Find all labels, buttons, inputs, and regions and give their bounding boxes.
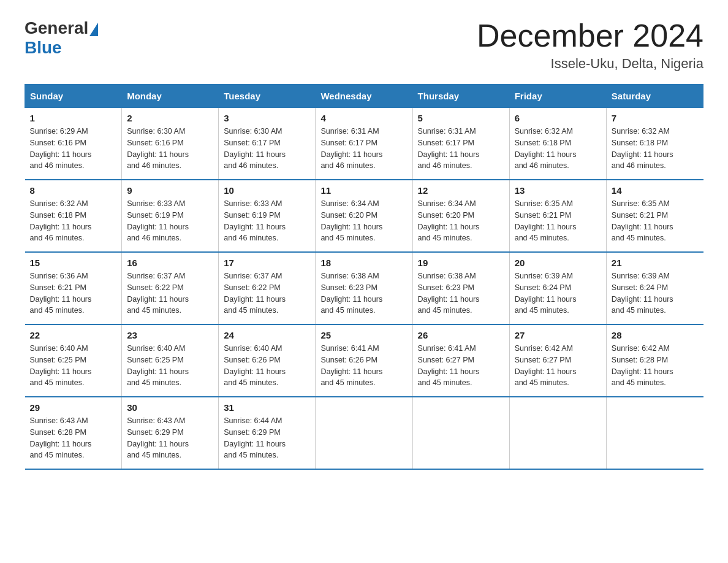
calendar-cell: 21Sunrise: 6:39 AMSunset: 6:24 PMDayligh…: [606, 252, 703, 324]
week-row-3: 15Sunrise: 6:36 AMSunset: 6:21 PMDayligh…: [25, 252, 703, 324]
header-thursday: Thursday: [412, 85, 509, 108]
calendar-cell: 23Sunrise: 6:40 AMSunset: 6:25 PMDayligh…: [122, 324, 219, 397]
day-number: 7: [612, 113, 699, 123]
calendar-header-row: SundayMondayTuesdayWednesdayThursdayFrid…: [25, 85, 703, 108]
day-info: Sunrise: 6:35 AMSunset: 6:21 PMDaylight:…: [515, 198, 601, 244]
day-info: Sunrise: 6:41 AMSunset: 6:27 PMDaylight:…: [418, 343, 504, 389]
calendar-cell: [509, 397, 606, 469]
day-info: Sunrise: 6:34 AMSunset: 6:20 PMDaylight:…: [418, 198, 504, 244]
day-number: 20: [515, 258, 601, 268]
calendar-cell: 6Sunrise: 6:32 AMSunset: 6:18 PMDaylight…: [509, 108, 606, 180]
calendar-cell: 28Sunrise: 6:42 AMSunset: 6:28 PMDayligh…: [606, 324, 703, 397]
day-info: Sunrise: 6:43 AMSunset: 6:28 PMDaylight:…: [30, 415, 117, 461]
day-number: 26: [418, 330, 504, 340]
day-number: 24: [224, 330, 310, 340]
logo-blue-text: Blue: [25, 38, 62, 58]
calendar-cell: 22Sunrise: 6:40 AMSunset: 6:25 PMDayligh…: [25, 324, 122, 397]
day-number: 31: [224, 402, 310, 413]
calendar-cell: 3Sunrise: 6:30 AMSunset: 6:17 PMDaylight…: [219, 108, 316, 180]
calendar-cell: 8Sunrise: 6:32 AMSunset: 6:18 PMDaylight…: [25, 180, 122, 252]
calendar-cell: 16Sunrise: 6:37 AMSunset: 6:22 PMDayligh…: [122, 252, 219, 324]
day-info: Sunrise: 6:37 AMSunset: 6:22 PMDaylight:…: [127, 270, 213, 316]
week-row-2: 8Sunrise: 6:32 AMSunset: 6:18 PMDaylight…: [25, 180, 703, 252]
calendar-cell: 10Sunrise: 6:33 AMSunset: 6:19 PMDayligh…: [219, 180, 316, 252]
logo-general-text: General: [25, 18, 88, 38]
day-number: 23: [127, 330, 213, 340]
day-number: 30: [127, 402, 213, 413]
header-friday: Friday: [509, 85, 606, 108]
day-number: 2: [127, 113, 213, 123]
day-number: 15: [30, 258, 117, 268]
day-number: 3: [224, 113, 310, 123]
header-sunday: Sunday: [25, 85, 122, 108]
day-info: Sunrise: 6:42 AMSunset: 6:27 PMDaylight:…: [515, 343, 601, 389]
day-info: Sunrise: 6:35 AMSunset: 6:21 PMDaylight:…: [612, 198, 699, 244]
day-number: 12: [418, 185, 504, 196]
calendar-cell: 18Sunrise: 6:38 AMSunset: 6:23 PMDayligh…: [316, 252, 412, 324]
calendar-cell: 31Sunrise: 6:44 AMSunset: 6:29 PMDayligh…: [219, 397, 316, 469]
calendar-cell: 14Sunrise: 6:35 AMSunset: 6:21 PMDayligh…: [606, 180, 703, 252]
day-number: 13: [515, 185, 601, 196]
day-info: Sunrise: 6:32 AMSunset: 6:18 PMDaylight:…: [30, 198, 117, 244]
day-number: 1: [30, 113, 117, 123]
day-info: Sunrise: 6:44 AMSunset: 6:29 PMDaylight:…: [224, 415, 310, 461]
calendar-cell: 11Sunrise: 6:34 AMSunset: 6:20 PMDayligh…: [316, 180, 412, 252]
day-number: 17: [224, 258, 310, 268]
day-number: 16: [127, 258, 213, 268]
calendar-cell: 1Sunrise: 6:29 AMSunset: 6:16 PMDaylight…: [25, 108, 122, 180]
day-number: 27: [515, 330, 601, 340]
day-info: Sunrise: 6:33 AMSunset: 6:19 PMDaylight:…: [127, 198, 213, 244]
week-row-5: 29Sunrise: 6:43 AMSunset: 6:28 PMDayligh…: [25, 397, 703, 469]
day-info: Sunrise: 6:41 AMSunset: 6:26 PMDaylight:…: [320, 343, 407, 389]
day-number: 21: [612, 258, 699, 268]
day-info: Sunrise: 6:30 AMSunset: 6:17 PMDaylight:…: [224, 126, 310, 172]
day-number: 4: [320, 113, 407, 123]
week-row-4: 22Sunrise: 6:40 AMSunset: 6:25 PMDayligh…: [25, 324, 703, 397]
day-info: Sunrise: 6:31 AMSunset: 6:17 PMDaylight:…: [320, 126, 407, 172]
day-info: Sunrise: 6:40 AMSunset: 6:25 PMDaylight:…: [30, 343, 117, 389]
day-info: Sunrise: 6:40 AMSunset: 6:25 PMDaylight:…: [127, 343, 213, 389]
day-info: Sunrise: 6:32 AMSunset: 6:18 PMDaylight:…: [612, 126, 699, 172]
day-number: 29: [30, 402, 117, 413]
day-number: 28: [612, 330, 699, 340]
day-info: Sunrise: 6:40 AMSunset: 6:26 PMDaylight:…: [224, 343, 310, 389]
calendar-cell: 4Sunrise: 6:31 AMSunset: 6:17 PMDaylight…: [316, 108, 412, 180]
location: Issele-Uku, Delta, Nigeria: [477, 56, 703, 72]
header-wednesday: Wednesday: [316, 85, 412, 108]
calendar-cell: 19Sunrise: 6:38 AMSunset: 6:23 PMDayligh…: [412, 252, 509, 324]
calendar-cell: 15Sunrise: 6:36 AMSunset: 6:21 PMDayligh…: [25, 252, 122, 324]
day-number: 6: [515, 113, 601, 123]
calendar-cell: 20Sunrise: 6:39 AMSunset: 6:24 PMDayligh…: [509, 252, 606, 324]
calendar-cell: 7Sunrise: 6:32 AMSunset: 6:18 PMDaylight…: [606, 108, 703, 180]
day-info: Sunrise: 6:29 AMSunset: 6:16 PMDaylight:…: [30, 126, 117, 172]
day-info: Sunrise: 6:34 AMSunset: 6:20 PMDaylight:…: [320, 198, 407, 244]
day-info: Sunrise: 6:36 AMSunset: 6:21 PMDaylight:…: [30, 270, 117, 316]
calendar-cell: 17Sunrise: 6:37 AMSunset: 6:22 PMDayligh…: [219, 252, 316, 324]
calendar-cell: [412, 397, 509, 469]
day-info: Sunrise: 6:42 AMSunset: 6:28 PMDaylight:…: [612, 343, 699, 389]
day-info: Sunrise: 6:32 AMSunset: 6:18 PMDaylight:…: [515, 126, 601, 172]
calendar-cell: 13Sunrise: 6:35 AMSunset: 6:21 PMDayligh…: [509, 180, 606, 252]
logo-triangle-icon: [89, 23, 98, 36]
calendar-table: SundayMondayTuesdayWednesdayThursdayFrid…: [25, 84, 703, 470]
calendar-cell: 29Sunrise: 6:43 AMSunset: 6:28 PMDayligh…: [25, 397, 122, 469]
calendar-cell: 9Sunrise: 6:33 AMSunset: 6:19 PMDaylight…: [122, 180, 219, 252]
day-info: Sunrise: 6:31 AMSunset: 6:17 PMDaylight:…: [418, 126, 504, 172]
calendar-cell: 25Sunrise: 6:41 AMSunset: 6:26 PMDayligh…: [316, 324, 412, 397]
calendar-cell: 12Sunrise: 6:34 AMSunset: 6:20 PMDayligh…: [412, 180, 509, 252]
calendar-cell: [316, 397, 412, 469]
calendar-cell: 26Sunrise: 6:41 AMSunset: 6:27 PMDayligh…: [412, 324, 509, 397]
day-info: Sunrise: 6:30 AMSunset: 6:16 PMDaylight:…: [127, 126, 213, 172]
day-info: Sunrise: 6:37 AMSunset: 6:22 PMDaylight:…: [224, 270, 310, 316]
day-number: 14: [612, 185, 699, 196]
logo: General Blue: [25, 18, 98, 58]
calendar-cell: 27Sunrise: 6:42 AMSunset: 6:27 PMDayligh…: [509, 324, 606, 397]
header-saturday: Saturday: [606, 85, 703, 108]
calendar-cell: [606, 397, 703, 469]
day-info: Sunrise: 6:39 AMSunset: 6:24 PMDaylight:…: [612, 270, 699, 316]
day-number: 9: [127, 185, 213, 196]
calendar-cell: 24Sunrise: 6:40 AMSunset: 6:26 PMDayligh…: [219, 324, 316, 397]
page-header: General Blue December 2024 Issele-Uku, D…: [25, 18, 703, 72]
calendar-cell: 30Sunrise: 6:43 AMSunset: 6:29 PMDayligh…: [122, 397, 219, 469]
day-number: 10: [224, 185, 310, 196]
